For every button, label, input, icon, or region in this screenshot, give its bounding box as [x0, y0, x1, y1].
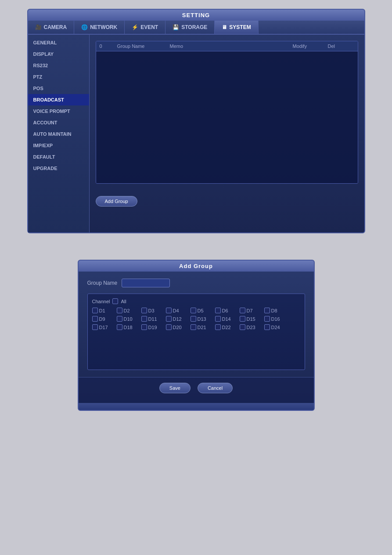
sidebar-item-account[interactable]: ACCOUNT	[28, 117, 89, 128]
settings-panel: SETTING 🎥 CAMERA 🌐 NETWORK ⚡ EVENT 💾 STO…	[27, 9, 365, 233]
empty-area	[92, 330, 300, 365]
system-icon: 🖥	[222, 24, 227, 30]
channel-label: Channel	[92, 299, 110, 304]
channel-d8: D8	[264, 308, 287, 313]
d12-checkbox[interactable]	[166, 316, 172, 322]
d5-checkbox[interactable]	[191, 308, 196, 313]
channel-row-3: D17 D18 D19 D20	[92, 324, 300, 330]
channel-d1: D1	[92, 308, 115, 313]
channel-d19: D19	[141, 324, 164, 330]
col-header-num: 0	[100, 44, 117, 49]
col-header-del: Del	[328, 44, 354, 49]
tab-event[interactable]: ⚡ EVENT	[125, 21, 165, 34]
dialog-bottom-bar	[79, 403, 314, 410]
channel-row-2: D9 D10 D11 D12	[92, 316, 300, 322]
channel-d12: D12	[166, 316, 189, 322]
channel-section: Channel All D1 D2	[87, 294, 305, 370]
footer-buttons: Save Cancel	[87, 383, 305, 393]
d11-checkbox[interactable]	[141, 316, 147, 322]
channel-d17: D17	[92, 324, 115, 330]
add-group-button[interactable]: Add Group	[96, 196, 137, 207]
channel-d13: D13	[191, 316, 213, 322]
d20-checkbox[interactable]	[166, 324, 172, 330]
panel-title: SETTING	[28, 10, 364, 21]
channel-d22: D22	[215, 324, 238, 330]
channel-d2: D2	[117, 308, 140, 313]
d24-checkbox[interactable]	[264, 324, 270, 330]
sidebar-item-auto-maintain[interactable]: AUTO MAINTAIN	[28, 128, 89, 140]
tab-network[interactable]: 🌐 NETWORK	[74, 21, 125, 34]
tab-system[interactable]: 🖥 SYSTEM	[215, 21, 258, 34]
channel-d3: D3	[141, 308, 164, 313]
table-body	[96, 51, 358, 183]
d22-checkbox[interactable]	[215, 324, 221, 330]
col-header-memo: Memo	[170, 44, 293, 49]
channel-d21: D21	[191, 324, 213, 330]
d21-checkbox[interactable]	[191, 324, 196, 330]
d18-checkbox[interactable]	[117, 324, 122, 330]
sidebar-item-voice-prompt[interactable]: VOICE PROMPT	[28, 105, 89, 117]
d8-checkbox[interactable]	[264, 308, 270, 313]
channel-row-1: D1 D2 D3 D4	[92, 308, 300, 313]
main-content: GENERAL DISPLAY RS232 PTZ POS BROADCAST …	[28, 35, 364, 232]
d15-checkbox[interactable]	[240, 316, 245, 322]
event-icon: ⚡	[132, 24, 138, 30]
tab-bar: 🎥 CAMERA 🌐 NETWORK ⚡ EVENT 💾 STORAGE 🖥 S…	[28, 21, 364, 35]
col-header-name: Group Name	[117, 44, 170, 49]
d2-checkbox[interactable]	[117, 308, 122, 313]
sidebar: GENERAL DISPLAY RS232 PTZ POS BROADCAST …	[28, 35, 90, 232]
sidebar-item-default[interactable]: DEFAULT	[28, 151, 89, 163]
channel-d16: D16	[264, 316, 287, 322]
col-header-modify: Modify	[293, 44, 328, 49]
channel-d5: D5	[191, 308, 213, 313]
group-name-input[interactable]	[122, 279, 170, 287]
channel-d14: D14	[215, 316, 238, 322]
storage-icon: 💾	[173, 24, 179, 30]
channel-d9: D9	[92, 316, 115, 322]
channel-d4: D4	[166, 308, 189, 313]
d1-checkbox[interactable]	[92, 308, 98, 313]
channel-d18: D18	[117, 324, 140, 330]
sidebar-item-upgrade[interactable]: UPGRADE	[28, 163, 89, 174]
d13-checkbox[interactable]	[191, 316, 196, 322]
d17-checkbox[interactable]	[92, 324, 98, 330]
d9-checkbox[interactable]	[92, 316, 98, 322]
tab-storage[interactable]: 💾 STORAGE	[165, 21, 215, 34]
group-name-row: Group Name	[87, 279, 305, 287]
channel-d11: D11	[141, 316, 164, 322]
add-group-dialog: Add Group Group Name Channel All	[78, 260, 315, 411]
sidebar-item-broadcast[interactable]: BROADCAST	[28, 94, 89, 105]
dialog-body: Group Name Channel All D1	[79, 272, 314, 377]
save-button[interactable]: Save	[159, 383, 191, 393]
channel-d10: D10	[117, 316, 140, 322]
broadcast-table: 0 Group Name Memo Modify Del	[96, 41, 358, 184]
broadcast-content: 0 Group Name Memo Modify Del Add Group	[90, 35, 364, 232]
group-name-label: Group Name	[87, 280, 118, 286]
channel-d7: D7	[240, 308, 263, 313]
sidebar-item-ptz[interactable]: PTZ	[28, 71, 89, 83]
sidebar-item-general[interactable]: GENERAL	[28, 37, 89, 48]
d10-checkbox[interactable]	[117, 316, 122, 322]
cancel-button[interactable]: Cancel	[198, 383, 233, 393]
dialog-footer: Save Cancel	[79, 377, 314, 403]
sidebar-item-pos[interactable]: POS	[28, 83, 89, 94]
channel-all-row: Channel All	[92, 298, 300, 304]
sidebar-item-display[interactable]: DISPLAY	[28, 48, 89, 60]
tab-camera[interactable]: 🎥 CAMERA	[28, 21, 75, 34]
sidebar-item-rs232[interactable]: RS232	[28, 60, 89, 71]
d7-checkbox[interactable]	[240, 308, 245, 313]
d16-checkbox[interactable]	[264, 316, 270, 322]
d14-checkbox[interactable]	[215, 316, 221, 322]
camera-icon: 🎥	[35, 24, 42, 30]
d4-checkbox[interactable]	[166, 308, 172, 313]
all-checkbox[interactable]	[112, 298, 118, 304]
channel-d20: D20	[166, 324, 189, 330]
channel-grid: D1 D2 D3 D4	[92, 308, 300, 330]
d23-checkbox[interactable]	[240, 324, 245, 330]
channel-d15: D15	[240, 316, 263, 322]
sidebar-item-imp-exp[interactable]: IMP/EXP	[28, 140, 89, 151]
d19-checkbox[interactable]	[141, 324, 147, 330]
d6-checkbox[interactable]	[215, 308, 221, 313]
d3-checkbox[interactable]	[141, 308, 147, 313]
dialog-title: Add Group	[79, 261, 314, 272]
